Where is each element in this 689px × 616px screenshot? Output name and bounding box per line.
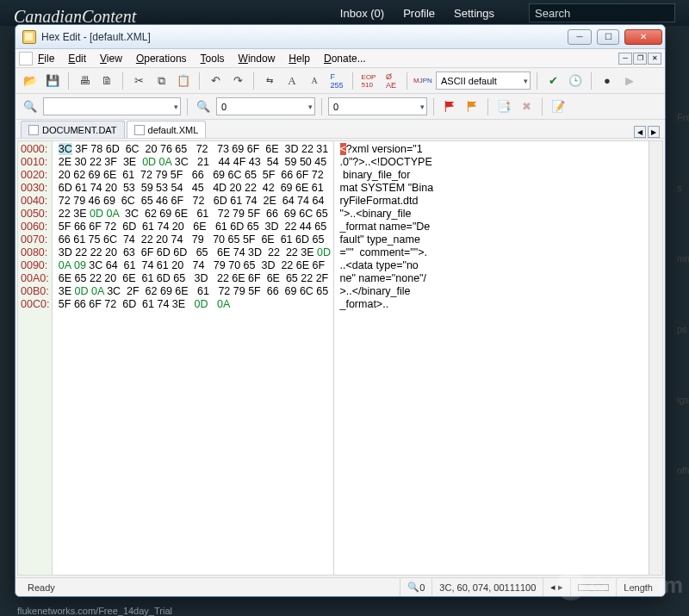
mdi-restore-icon[interactable]: ❐ [633,53,647,65]
cut-icon[interactable]: ✂ [129,72,148,90]
menu-edit[interactable]: Edit [68,53,86,65]
decrease-font-a-icon[interactable]: A [305,72,324,90]
save-icon[interactable]: 💾 [43,72,62,90]
tab-scroll-left-icon[interactable]: ◀ [634,126,646,138]
paste-icon[interactable]: 📋 [174,72,193,90]
eop-icon[interactable]: EOP510 [359,72,378,90]
maximize-button[interactable]: ☐ [597,29,619,45]
menu-tools[interactable]: Tools [201,53,225,65]
encoding-combo[interactable]: ASCII default [436,72,531,90]
status-nav[interactable]: ◂ ▸ [543,578,570,596]
status-length: Length [616,578,660,596]
app-icon [22,30,36,44]
check-icon[interactable]: ✔ [543,72,562,90]
mdi-close-icon[interactable]: ✕ [648,53,661,65]
tab-label: default.XML [148,125,199,135]
bookmark-add-icon[interactable]: 📑 [494,97,513,116]
hex-bytes-column[interactable]: 3C 3F 78 6D 6C 20 76 65 72 73 69 6F 6E 3… [53,141,334,575]
background-footer-link[interactable]: flukenetworks.com/Free_14day_Trial [17,606,172,616]
menu-donate[interactable]: Donate... [324,53,366,65]
flag-red-icon[interactable] [440,97,459,116]
play-icon[interactable]: ▶ [620,72,639,90]
minimize-button[interactable]: ─ [568,29,592,45]
record-icon[interactable]: ● [598,72,617,90]
calculator-icon[interactable]: 📝 [549,97,568,116]
mdi-minimize-icon[interactable]: ─ [618,53,632,65]
tab-document-dat[interactable]: DOCUMENT.DAT [21,121,125,138]
increase-font-a-icon[interactable]: A [282,72,301,90]
address-column: 0000: 0010: 0020: 0030: 0040: 0050: 0060… [18,141,53,575]
status-find-count: 🔍 0 [400,578,431,596]
undo-icon[interactable]: ↶ [206,72,225,90]
close-button[interactable]: ✕ [624,29,662,45]
bookmark-delete-icon[interactable]: ✖ [517,97,536,116]
menu-window[interactable]: Window [239,53,276,65]
menu-operations[interactable]: Operations [136,53,187,65]
status-progress [570,578,616,596]
status-bar: Ready 🔍 0 3C, 60, 074, 00111100 ◂ ▸ Leng… [16,577,665,596]
clock-icon[interactable]: 🕒 [566,72,585,90]
document-tabs: DOCUMENT.DAT default.XML ◀ ▶ [16,120,665,139]
site-header: CanadianContent Inbox (0) Profile Settin… [0,0,689,26]
open-icon[interactable]: 📂 [21,72,40,90]
hexedit-window: Hex Edit - [default.XML] ─ ☐ ✕ File Edit… [15,24,666,597]
find-combo-3[interactable]: 0 [328,97,427,115]
print-icon[interactable]: 🖶 [75,72,94,90]
nav-profile[interactable]: Profile [403,7,435,20]
find-combo-2[interactable]: 0 [216,97,315,115]
tab-scroll-right-icon[interactable]: ▶ [648,126,660,138]
tab-default-xml[interactable]: default.XML [127,121,207,138]
find-combo-1[interactable] [43,97,181,115]
hex-editor[interactable]: 0000: 0010: 0020: 0030: 0040: 0050: 0060… [17,140,663,576]
redo-icon[interactable]: ↷ [228,72,247,90]
binoculars-back-icon[interactable]: 🔍 [21,97,40,116]
copy-icon[interactable]: ⧉ [152,72,171,90]
file-icon [134,125,145,135]
toggle-address-icon[interactable]: ⇆ [260,72,279,90]
flag-orange-icon[interactable] [462,97,481,116]
menu-file[interactable]: File [38,53,54,65]
mj-pn-icon[interactable]: MJPN [413,72,432,90]
window-title: Hex Edit - [default.XML] [41,31,151,43]
columns-icon[interactable]: F255 [327,72,346,90]
system-menu-icon[interactable] [19,52,33,65]
ascii-column[interactable]: <?xml version="1 .0"?>..<!DOCTYPE binary… [334,141,662,575]
status-ready: Ready [21,578,400,596]
search-input[interactable]: Search [529,3,675,22]
file-icon [28,125,39,135]
menu-help[interactable]: Help [289,53,310,65]
ae-icon[interactable]: ØAE [382,72,400,90]
toolbar-main: 📂 💾 🖶 🗎 ✂ ⧉ 📋 ↶ ↷ ⇆ A A F255 EOP510 ØAE … [16,68,665,94]
toolbar-search: 🔍 🔍 0 0 📑 ✖ 📝 [16,94,665,120]
site-nav: Inbox (0) Profile Settings Search [340,3,675,22]
tab-label: DOCUMENT.DAT [42,125,117,135]
menubar: File Edit View Operations Tools Window H… [16,49,665,68]
status-byte-info: 3C, 60, 074, 00111100 [431,578,543,596]
vertical-scrollbar[interactable] [649,141,662,575]
background-text-slivers: Fresmm psigs.offer [677,112,689,537]
binoculars-icon[interactable]: 🔍 [194,97,213,116]
print-preview-icon[interactable]: 🗎 [97,72,116,90]
nav-inbox[interactable]: Inbox (0) [340,7,384,20]
titlebar[interactable]: Hex Edit - [default.XML] ─ ☐ ✕ [16,25,665,49]
nav-settings[interactable]: Settings [454,7,494,20]
menu-view[interactable]: View [100,53,122,65]
